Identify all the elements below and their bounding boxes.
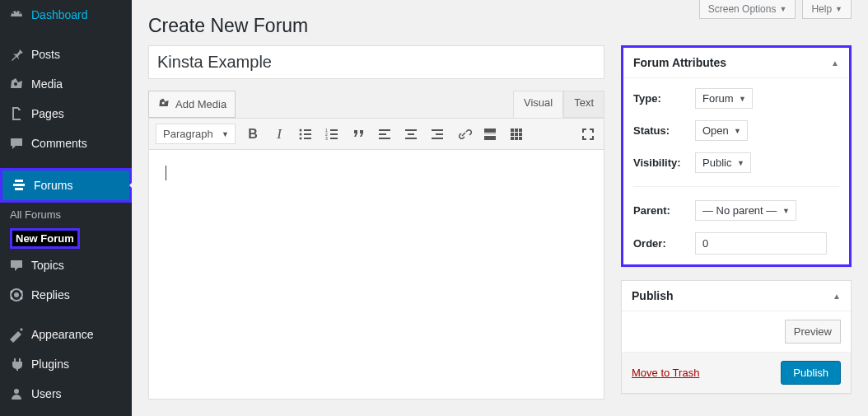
- replies-icon: [8, 287, 25, 303]
- dashboard-icon: [8, 7, 25, 23]
- submenu-all-forums[interactable]: All Forums: [0, 203, 132, 227]
- bold-button[interactable]: B: [244, 125, 262, 143]
- parent-select[interactable]: — No parent —: [695, 200, 796, 221]
- menu-topics[interactable]: Topics: [0, 250, 132, 280]
- menu-dashboard[interactable]: Dashboard: [0, 0, 132, 30]
- forum-title-input[interactable]: [148, 45, 604, 79]
- svg-rect-29: [484, 136, 496, 140]
- menu-forums[interactable]: Forums: [0, 168, 132, 203]
- forum-attributes-heading[interactable]: Forum Attributes ▲: [623, 48, 849, 78]
- toolbar-toggle-button[interactable]: [507, 125, 525, 143]
- menu-label: Comments: [31, 137, 87, 150]
- bullet-list-button[interactable]: [296, 125, 315, 143]
- menu-users[interactable]: Users: [0, 379, 132, 409]
- type-select[interactable]: Forum: [695, 88, 753, 109]
- status-label: Status:: [633, 124, 695, 137]
- svg-rect-24: [432, 129, 443, 131]
- comment-icon: [8, 135, 25, 152]
- menu-label: Posts: [31, 48, 60, 61]
- readmore-button[interactable]: [481, 125, 499, 143]
- menu-plugins[interactable]: Plugins: [0, 349, 132, 379]
- status-select[interactable]: Open: [695, 120, 748, 141]
- visibility-select[interactable]: Public: [695, 152, 751, 173]
- svg-rect-26: [432, 138, 443, 139]
- preview-button[interactable]: Preview: [785, 320, 841, 344]
- pages-icon: [8, 105, 25, 122]
- blockquote-button[interactable]: [349, 125, 367, 143]
- svg-rect-9: [304, 133, 311, 135]
- svg-text:3: 3: [325, 136, 328, 141]
- menu-appearance[interactable]: Appearance: [0, 320, 132, 349]
- svg-point-2: [21, 291, 23, 293]
- svg-point-8: [300, 133, 302, 135]
- menu-media[interactable]: Media: [0, 69, 132, 99]
- fullscreen-button[interactable]: [579, 125, 597, 143]
- editor-toolbar: Paragraph B I 123: [148, 118, 604, 150]
- svg-rect-32: [519, 129, 522, 132]
- svg-rect-19: [379, 133, 386, 135]
- submenu-new-forum[interactable]: New Forum: [0, 227, 132, 250]
- chevron-down-icon: ▼: [779, 5, 786, 13]
- tab-visual[interactable]: Visual: [513, 91, 563, 118]
- svg-rect-20: [379, 138, 390, 139]
- camera-icon: [157, 96, 170, 112]
- tab-text[interactable]: Text: [563, 91, 604, 118]
- svg-rect-27: [484, 129, 496, 133]
- menu-comments[interactable]: Comments: [0, 129, 132, 158]
- svg-rect-11: [304, 138, 311, 139]
- svg-rect-15: [330, 133, 338, 135]
- number-list-button[interactable]: 123: [323, 125, 341, 143]
- pin-icon: [8, 46, 25, 63]
- menu-label: Dashboard: [31, 8, 88, 21]
- menu-label: Users: [31, 387, 62, 400]
- type-label: Type:: [633, 92, 695, 105]
- chevron-up-icon: ▲: [831, 58, 839, 68]
- chevron-up-icon: ▲: [833, 292, 841, 301]
- content-editor[interactable]: [148, 150, 604, 400]
- menu-label: Topics: [31, 259, 64, 272]
- plugin-icon: [8, 356, 25, 372]
- svg-point-10: [300, 137, 302, 139]
- svg-point-6: [300, 129, 302, 131]
- publish-button[interactable]: Publish: [781, 361, 841, 385]
- svg-rect-36: [511, 137, 514, 140]
- svg-point-4: [21, 297, 23, 300]
- screen-options-toggle[interactable]: Screen Options▼: [699, 0, 796, 19]
- svg-rect-30: [511, 129, 514, 132]
- chevron-down-icon: ▼: [835, 5, 842, 13]
- menu-label: Appearance: [31, 328, 94, 341]
- svg-rect-18: [379, 129, 390, 131]
- help-toggle[interactable]: Help▼: [802, 0, 852, 19]
- menu-label: Pages: [31, 107, 64, 120]
- visibility-label: Visibility:: [633, 157, 695, 169]
- publish-heading[interactable]: Publish ▲: [622, 281, 851, 311]
- svg-rect-7: [304, 129, 311, 131]
- svg-rect-13: [330, 129, 338, 131]
- order-input[interactable]: [695, 232, 827, 255]
- align-center-button[interactable]: [402, 125, 420, 143]
- svg-rect-35: [519, 133, 522, 136]
- menu-posts[interactable]: Posts: [0, 40, 132, 69]
- svg-rect-21: [405, 129, 417, 131]
- svg-point-1: [11, 291, 13, 293]
- menu-label: Plugins: [31, 358, 69, 371]
- svg-point-3: [11, 297, 13, 300]
- menu-pages[interactable]: Pages: [0, 99, 132, 129]
- link-button[interactable]: [455, 125, 473, 143]
- users-icon: [8, 386, 25, 402]
- topics-icon: [8, 257, 25, 273]
- menu-tools[interactable]: Tools: [0, 409, 132, 416]
- menu-replies[interactable]: Replies: [0, 280, 132, 310]
- svg-rect-31: [515, 129, 518, 132]
- italic-button[interactable]: I: [270, 125, 288, 143]
- admin-sidebar: Dashboard Posts Media Pages Comments For…: [0, 0, 132, 416]
- format-select[interactable]: Paragraph: [156, 124, 236, 144]
- align-right-button[interactable]: [428, 125, 446, 143]
- add-media-button[interactable]: Add Media: [148, 91, 236, 118]
- svg-rect-33: [511, 133, 514, 136]
- svg-rect-22: [408, 133, 414, 135]
- order-label: Order:: [633, 237, 695, 250]
- appearance-icon: [8, 326, 25, 343]
- align-left-button[interactable]: [376, 125, 394, 143]
- move-to-trash-link[interactable]: Move to Trash: [632, 367, 699, 379]
